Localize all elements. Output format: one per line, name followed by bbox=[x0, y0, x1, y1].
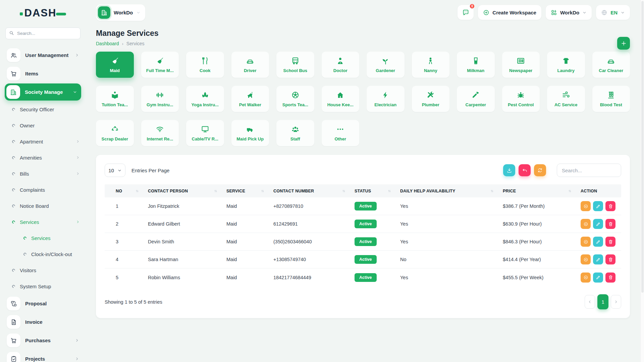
service-tile-maid[interactable]: Maid bbox=[96, 52, 134, 78]
reload-button[interactable] bbox=[534, 164, 546, 176]
export-button[interactable] bbox=[503, 164, 515, 176]
sidebar-subitem-services[interactable]: Services bbox=[5, 214, 81, 230]
workspace-selector[interactable]: WorkDo bbox=[96, 4, 145, 21]
sort-icon[interactable] bbox=[387, 189, 391, 193]
column-header-no[interactable]: NO bbox=[116, 189, 148, 193]
scrollbar-track[interactable] bbox=[640, 0, 644, 362]
service-tile-pet-walker[interactable]: Pet Walker bbox=[231, 86, 269, 112]
service-tile-blood-test[interactable]: Blood Test bbox=[592, 86, 630, 112]
sidebar-item-purchases[interactable]: Purchases bbox=[5, 331, 81, 350]
delete-button[interactable] bbox=[605, 219, 615, 229]
view-button[interactable] bbox=[581, 237, 591, 247]
service-tile-full-time-m[interactable]: Full Time M... bbox=[141, 52, 179, 78]
service-tile-sports-tea[interactable]: Sports Tea... bbox=[276, 86, 314, 112]
view-button[interactable] bbox=[581, 219, 591, 229]
service-tile-cook[interactable]: Cook bbox=[186, 52, 224, 78]
service-tile-milkman[interactable]: Milkman bbox=[457, 52, 495, 78]
reset-button[interactable] bbox=[519, 164, 531, 176]
service-tile-other[interactable]: Other bbox=[322, 120, 360, 146]
delete-button[interactable] bbox=[605, 254, 615, 264]
view-button[interactable] bbox=[581, 254, 591, 264]
column-header-daily-help-availability[interactable]: DAILY HELP AVAILABILITY bbox=[400, 189, 503, 193]
add-service-button[interactable] bbox=[617, 37, 630, 50]
service-tile-laundry[interactable]: Laundry bbox=[547, 52, 585, 78]
sidebar-subitem-services[interactable]: Services bbox=[5, 230, 81, 246]
sidebar-item-proposal[interactable]: Proposal bbox=[5, 294, 81, 313]
service-tile-maid-pick-up[interactable]: Maid Pick Up bbox=[231, 120, 269, 146]
service-tile-gardener[interactable]: Gardener bbox=[367, 52, 405, 78]
column-header-service[interactable]: SERVICE bbox=[226, 189, 273, 193]
sidebar-item-user-management[interactable]: User Management bbox=[5, 46, 81, 64]
sort-icon[interactable] bbox=[490, 189, 494, 193]
service-tile-scrap-dealer[interactable]: Scrap Dealer bbox=[96, 120, 134, 146]
sidebar-subitem-complaints[interactable]: Complaints bbox=[5, 182, 81, 198]
column-header-status[interactable]: STATUS bbox=[355, 189, 400, 193]
sidebar-subitem-notice-board[interactable]: Notice Board bbox=[5, 198, 81, 214]
view-button[interactable] bbox=[581, 201, 591, 211]
sidebar-search-input[interactable] bbox=[5, 27, 80, 39]
workspace-switcher-button[interactable]: WorkDo bbox=[546, 5, 592, 20]
delete-button[interactable] bbox=[605, 201, 615, 211]
sidebar-subitem-amenities[interactable]: Amenities bbox=[5, 149, 81, 166]
view-button[interactable] bbox=[581, 273, 591, 283]
delete-button[interactable] bbox=[605, 273, 615, 283]
sort-icon[interactable] bbox=[135, 189, 139, 193]
sidebar-subitem-owner[interactable]: Owner bbox=[5, 117, 81, 133]
service-tile-staff[interactable]: Staff bbox=[276, 120, 314, 146]
sidebar-subitem-apartment[interactable]: Apartment bbox=[5, 133, 81, 149]
service-tile-driver[interactable]: Driver bbox=[231, 52, 269, 78]
breadcrumb-dashboard-link[interactable]: Dashboard bbox=[96, 41, 119, 46]
sidebar-item-projects[interactable]: Projects bbox=[5, 350, 81, 362]
sidebar-subitem-bills[interactable]: Bills bbox=[5, 166, 81, 182]
table-toolbar bbox=[503, 164, 621, 177]
sidebar-item-items[interactable]: Items bbox=[5, 64, 81, 83]
column-header-price[interactable]: PRICE bbox=[503, 189, 581, 193]
sidebar-subitem-security-officer[interactable]: Security Officer bbox=[5, 101, 81, 117]
edit-button[interactable] bbox=[593, 254, 603, 264]
entries-per-page-select[interactable]: 10 bbox=[105, 164, 125, 177]
service-tile-pest-control[interactable]: Pest Control bbox=[502, 86, 540, 112]
service-tile-house-kee[interactable]: House Kee... bbox=[322, 86, 360, 112]
logo-dash-icon bbox=[56, 13, 66, 15]
sort-icon[interactable] bbox=[261, 189, 265, 193]
table-search-input[interactable] bbox=[557, 164, 621, 177]
sidebar-subitem-visitors[interactable]: Visitors bbox=[5, 262, 81, 278]
messages-button[interactable]: 0 bbox=[458, 5, 474, 20]
service-tile-school-bus[interactable]: School Bus bbox=[276, 52, 314, 78]
edit-button[interactable] bbox=[593, 237, 603, 247]
sort-icon[interactable] bbox=[214, 189, 218, 193]
service-tile-electrician[interactable]: Electrician bbox=[367, 86, 405, 112]
service-tile-yoga-instru[interactable]: Yoga Instru... bbox=[186, 86, 224, 112]
car-icon bbox=[246, 57, 254, 65]
sort-icon[interactable] bbox=[342, 189, 346, 193]
sort-icon[interactable] bbox=[568, 189, 572, 193]
service-tile-gym-instru[interactable]: Gym Instru... bbox=[141, 86, 179, 112]
edit-button[interactable] bbox=[593, 219, 603, 229]
service-tile-tuition-tea[interactable]: Tuition Tea... bbox=[96, 86, 134, 112]
service-tile-car-cleaner[interactable]: Car Cleaner bbox=[592, 52, 630, 78]
edit-button[interactable] bbox=[593, 273, 603, 283]
edit-button[interactable] bbox=[593, 201, 603, 211]
chat-icon bbox=[462, 9, 469, 16]
language-selector[interactable]: EN bbox=[596, 5, 630, 20]
delete-button[interactable] bbox=[605, 237, 615, 247]
column-header-contact-number[interactable]: CONTACT NUMBER bbox=[273, 189, 355, 193]
service-tile-plumber[interactable]: Plumber bbox=[412, 86, 450, 112]
service-tile-cable-tv-r[interactable]: Cable/TV R... bbox=[186, 120, 224, 146]
sidebar-item-invoice[interactable]: Invoice bbox=[5, 313, 81, 331]
pagination-page-1[interactable]: 1 bbox=[597, 294, 608, 309]
sidebar-item-society-manage[interactable]: Society Manage bbox=[5, 83, 81, 101]
service-tile-newspaper[interactable]: Newspaper bbox=[502, 52, 540, 78]
service-tile-doctor[interactable]: Doctor bbox=[322, 52, 360, 78]
service-tile-carpenter[interactable]: Carpenter bbox=[457, 86, 495, 112]
sidebar-subitem-system-setup[interactable]: System Setup bbox=[5, 278, 81, 294]
sidebar-subitem-clock-in-clock-out[interactable]: Clock-in/Clock-out bbox=[5, 246, 81, 262]
pagination-prev-button[interactable] bbox=[585, 295, 595, 309]
service-tile-ac-service[interactable]: AC Service bbox=[547, 86, 585, 112]
pagination-next-button[interactable] bbox=[611, 295, 621, 309]
create-workspace-button[interactable]: Create Workspace bbox=[478, 5, 541, 20]
column-header-contact-person[interactable]: CONTACT PERSON bbox=[148, 189, 226, 193]
scrollbar-thumb[interactable] bbox=[641, 1, 644, 293]
service-tile-nanny[interactable]: Nanny bbox=[412, 52, 450, 78]
service-tile-internet-re[interactable]: Internet Re... bbox=[141, 120, 179, 146]
